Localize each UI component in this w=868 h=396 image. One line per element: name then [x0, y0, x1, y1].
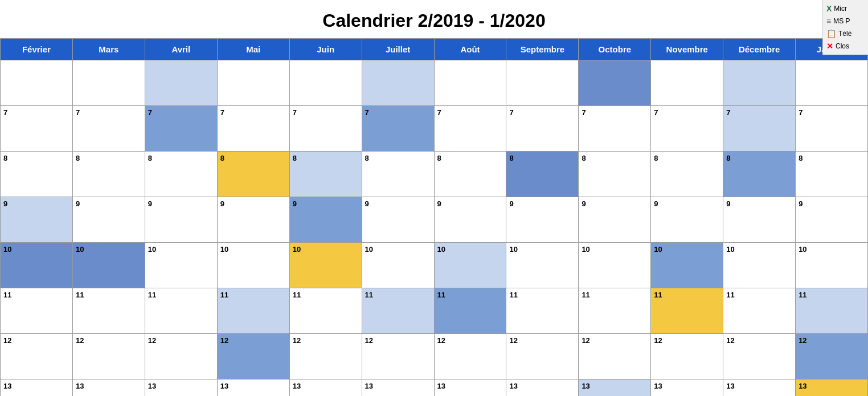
- week-cell[interactable]: 9: [723, 197, 795, 243]
- week-cell[interactable]: 9: [1, 197, 72, 243]
- week-cell[interactable]: 12: [796, 334, 867, 379]
- week-cell[interactable]: 13: [145, 379, 217, 396]
- week-cell[interactable]: 12: [435, 334, 506, 379]
- week-cell[interactable]: 11: [506, 288, 578, 334]
- week-cell[interactable]: [290, 60, 362, 106]
- week-cell[interactable]: 7: [362, 106, 434, 152]
- week-cell[interactable]: 8: [73, 152, 145, 197]
- week-cell[interactable]: 10: [218, 243, 289, 288]
- week-cell[interactable]: 13: [218, 379, 289, 396]
- week-cell[interactable]: 12: [362, 334, 434, 379]
- week-cell[interactable]: 7: [1, 106, 72, 152]
- week-cell[interactable]: 8: [579, 152, 650, 197]
- week-cell[interactable]: 7: [579, 106, 650, 152]
- week-cell[interactable]: [651, 60, 723, 106]
- week-cell[interactable]: 7: [435, 106, 506, 152]
- week-cell[interactable]: 12: [73, 334, 145, 379]
- week-cell[interactable]: 11: [796, 288, 867, 334]
- week-cell[interactable]: [218, 60, 289, 106]
- week-cell[interactable]: 11: [145, 288, 217, 334]
- week-cell[interactable]: 10: [362, 243, 434, 288]
- week-cell[interactable]: 10: [73, 243, 145, 288]
- week-cell[interactable]: 8: [218, 152, 289, 197]
- week-cell[interactable]: 8: [506, 152, 578, 197]
- week-cell[interactable]: 9: [579, 197, 650, 243]
- week-cell[interactable]: 7: [73, 106, 145, 152]
- week-cell[interactable]: 7: [290, 106, 362, 152]
- week-cell[interactable]: 11: [723, 288, 795, 334]
- week-cell[interactable]: 8: [290, 152, 362, 197]
- week-cell[interactable]: 7: [723, 106, 795, 152]
- week-cell[interactable]: 8: [796, 152, 867, 197]
- week-cell[interactable]: 12: [579, 334, 650, 379]
- week-cell[interactable]: 11: [362, 288, 434, 334]
- week-cell[interactable]: 8: [362, 152, 434, 197]
- week-cell[interactable]: 11: [218, 288, 289, 334]
- week-cell[interactable]: 9: [145, 197, 217, 243]
- week-cell[interactable]: 11: [579, 288, 650, 334]
- week-cell[interactable]: 7: [145, 106, 217, 152]
- week-cell[interactable]: 10: [723, 243, 795, 288]
- week-cell[interactable]: 11: [435, 288, 506, 334]
- week-cell[interactable]: [506, 60, 578, 106]
- taskbar-excel[interactable]: X Micr: [823, 2, 868, 15]
- week-cell[interactable]: 12: [1, 334, 72, 379]
- week-cell[interactable]: 9: [796, 197, 867, 243]
- week-cell[interactable]: 10: [1, 243, 72, 288]
- week-cell[interactable]: 9: [435, 197, 506, 243]
- week-cell[interactable]: 9: [218, 197, 289, 243]
- week-cell[interactable]: 10: [145, 243, 217, 288]
- week-cell[interactable]: [796, 60, 867, 106]
- week-cell[interactable]: 13: [579, 379, 650, 396]
- week-cell[interactable]: 8: [145, 152, 217, 197]
- taskbar-close[interactable]: ✕ Clos: [823, 40, 868, 52]
- week-cell[interactable]: [145, 60, 217, 106]
- week-cell[interactable]: 10: [435, 243, 506, 288]
- week-cell[interactable]: 7: [506, 106, 578, 152]
- week-cell[interactable]: 12: [651, 334, 723, 379]
- taskbar-ms[interactable]: ≡ MS P: [823, 15, 868, 27]
- week-cell[interactable]: 13: [506, 379, 578, 396]
- week-cell[interactable]: [723, 60, 795, 106]
- week-cell[interactable]: 13: [796, 379, 867, 396]
- week-cell[interactable]: 8: [651, 152, 723, 197]
- week-cell[interactable]: 13: [73, 379, 145, 396]
- week-cell[interactable]: 13: [435, 379, 506, 396]
- week-cell[interactable]: 13: [651, 379, 723, 396]
- week-cell[interactable]: 12: [723, 334, 795, 379]
- week-cell[interactable]: 13: [362, 379, 434, 396]
- week-cell[interactable]: [1, 60, 72, 106]
- week-cell[interactable]: 10: [796, 243, 867, 288]
- week-cell[interactable]: 7: [796, 106, 867, 152]
- week-cell[interactable]: 7: [218, 106, 289, 152]
- week-cell[interactable]: 12: [506, 334, 578, 379]
- week-cell[interactable]: [435, 60, 506, 106]
- week-cell[interactable]: 10: [651, 243, 723, 288]
- taskbar-tel[interactable]: 📋 Télé: [823, 27, 868, 40]
- week-cell[interactable]: [73, 60, 145, 106]
- week-cell[interactable]: 10: [579, 243, 650, 288]
- week-cell[interactable]: 11: [290, 288, 362, 334]
- week-cell[interactable]: 13: [1, 379, 72, 396]
- week-cell[interactable]: 13: [290, 379, 362, 396]
- week-cell[interactable]: 9: [506, 197, 578, 243]
- week-cell[interactable]: 12: [145, 334, 217, 379]
- week-cell[interactable]: 9: [73, 197, 145, 243]
- week-cell[interactable]: 12: [290, 334, 362, 379]
- week-cell[interactable]: [362, 60, 434, 106]
- week-cell[interactable]: 12: [218, 334, 289, 379]
- week-cell[interactable]: 11: [1, 288, 72, 334]
- week-cell[interactable]: 10: [506, 243, 578, 288]
- week-cell[interactable]: [579, 60, 650, 106]
- week-cell[interactable]: 8: [435, 152, 506, 197]
- week-cell[interactable]: 9: [362, 197, 434, 243]
- week-cell[interactable]: 8: [1, 152, 72, 197]
- week-cell[interactable]: 11: [73, 288, 145, 334]
- week-cell[interactable]: 8: [723, 152, 795, 197]
- week-cell[interactable]: 9: [290, 197, 362, 243]
- week-cell[interactable]: 10: [290, 243, 362, 288]
- week-cell[interactable]: 7: [651, 106, 723, 152]
- week-cell[interactable]: 11: [651, 288, 723, 334]
- week-cell[interactable]: 9: [651, 197, 723, 243]
- week-cell[interactable]: 13: [723, 379, 795, 396]
